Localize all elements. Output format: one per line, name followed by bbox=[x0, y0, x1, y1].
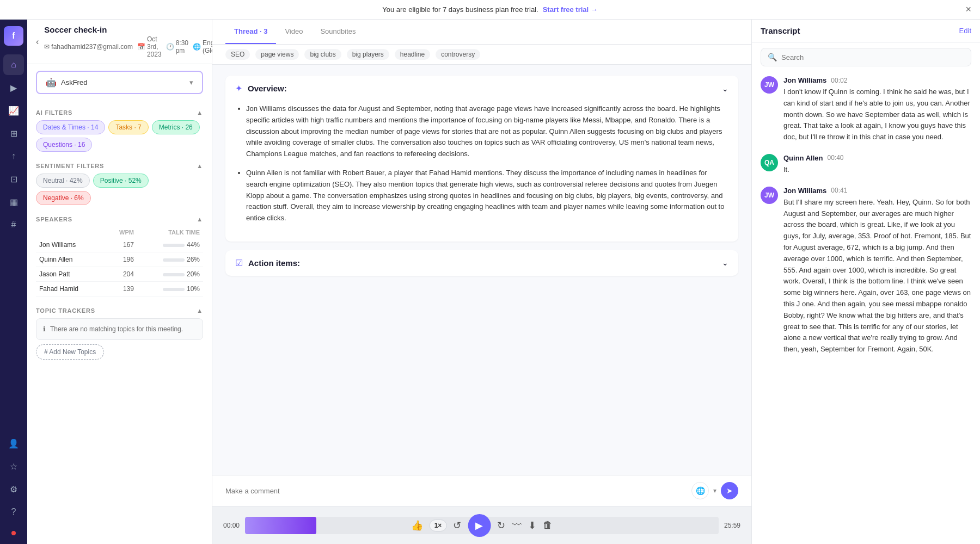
comment-send-button[interactable]: ➤ bbox=[721, 482, 738, 499]
comment-globe-button[interactable]: 🌐 bbox=[691, 482, 709, 499]
nav-layers[interactable]: ⊡ bbox=[3, 169, 24, 189]
left-content: AI FILTERS ▲ Dates & Times · 14 Tasks · … bbox=[27, 101, 212, 544]
comment-input[interactable] bbox=[225, 487, 685, 495]
transcript-messages: JW Jon Williams 00:02 I don't know if Qu… bbox=[752, 72, 980, 544]
comment-box: 🌐 ▾ ➤ bbox=[212, 475, 751, 506]
nav-hashtag[interactable]: # bbox=[3, 214, 24, 235]
add-topics-button[interactable]: # Add New Topics bbox=[36, 344, 104, 360]
tab-thread[interactable]: Thread · 3 bbox=[225, 20, 276, 44]
overview-header[interactable]: ✦ Overview: ⌄ bbox=[225, 76, 738, 101]
info-icon: ℹ bbox=[43, 325, 46, 333]
message-time: 00:02 bbox=[831, 77, 847, 84]
banner-text: You are eligible for 7 days business pla… bbox=[382, 5, 538, 14]
search-icon: 🔍 bbox=[768, 53, 777, 61]
tag-big-players[interactable]: big players bbox=[347, 49, 389, 60]
sentiment-filters-header[interactable]: SENTIMENT FILTERS ▲ bbox=[36, 158, 203, 174]
trial-banner: You are eligible for 7 days business pla… bbox=[0, 0, 980, 20]
waveform-toggle[interactable]: 〰 bbox=[512, 520, 522, 531]
close-banner-btn[interactable]: × bbox=[965, 4, 971, 15]
sentiment-negative[interactable]: Negative · 6% bbox=[36, 191, 91, 205]
filter-dates-times[interactable]: Dates & Times · 14 bbox=[36, 120, 105, 134]
message-text: I don't know if Quinn is coming. I think… bbox=[783, 86, 971, 143]
speaker-name: Jon Williams bbox=[783, 76, 826, 84]
overview-icon: ✦ bbox=[235, 83, 242, 94]
rewind-button[interactable]: ↺ bbox=[453, 520, 461, 531]
back-button[interactable]: ‹ bbox=[36, 37, 39, 47]
transcript-edit-button[interactable]: Edit bbox=[959, 27, 971, 35]
player-bar: 00:00 👍 1× ↺ ▶ ↻ 〰 ⬇ 🗑 25:59 bbox=[212, 506, 751, 544]
sentiment-neutral[interactable]: Neutral · 42% bbox=[36, 174, 90, 188]
tag-big-clubs[interactable]: big clubs bbox=[304, 49, 341, 60]
nav-star[interactable]: ☆ bbox=[3, 456, 24, 477]
speakers-collapse[interactable]: ▲ bbox=[197, 216, 203, 222]
overview-title: Overview: bbox=[248, 84, 287, 93]
action-items-header[interactable]: ☑ Action items: ⌄ bbox=[225, 250, 738, 276]
meeting-email: ✉ fahadhamid237@gmail.com bbox=[44, 43, 133, 51]
table-row: Jason Patt 204 20% bbox=[36, 267, 203, 282]
avatar-quinn-1: QA bbox=[761, 154, 778, 171]
fast-forward-button[interactable]: ↻ bbox=[497, 520, 505, 531]
meeting-time: 🕐 8:30 pm bbox=[166, 39, 188, 54]
meeting-header: ‹ Soccer check-in ✉ fahadhamid237@gmail.… bbox=[27, 20, 212, 64]
tag-headline[interactable]: headline bbox=[395, 49, 430, 60]
nav-dot-indicator bbox=[11, 531, 16, 535]
comment-chevron-down[interactable]: ▾ bbox=[713, 487, 716, 494]
start-trial-link[interactable]: Start free trial → bbox=[543, 5, 598, 14]
speakers-header[interactable]: SPEAKERS ▲ bbox=[36, 212, 203, 227]
like-button[interactable]: 👍 bbox=[411, 520, 423, 531]
play-pause-button[interactable]: ▶ bbox=[468, 514, 491, 537]
left-panel: ‹ Soccer check-in ✉ fahadhamid237@gmail.… bbox=[27, 20, 212, 544]
meeting-date: 📅 Oct 3rd, 2023 bbox=[137, 35, 162, 58]
ask-fred-button[interactable]: 🤖 AskFred ▾ bbox=[36, 71, 203, 94]
table-row: Jon Williams 167 44% bbox=[36, 238, 203, 252]
meeting-info: Soccer check-in ✉ fahadhamid237@gmail.co… bbox=[44, 25, 225, 58]
tag-page-views[interactable]: page views bbox=[255, 49, 299, 60]
app-logo[interactable]: f bbox=[4, 26, 23, 46]
speaker-name-col bbox=[36, 227, 105, 238]
message-time: 00:40 bbox=[827, 154, 843, 162]
tab-soundbites[interactable]: Soundbites bbox=[311, 20, 364, 44]
speed-button[interactable]: 1× bbox=[430, 520, 447, 531]
delete-button[interactable]: 🗑 bbox=[543, 520, 553, 531]
transcript-title: Transcript bbox=[761, 26, 800, 35]
speakers-table: WPM TALK TIME Jon Williams 167 44% Quinn… bbox=[36, 227, 203, 296]
filter-tasks[interactable]: Tasks · 7 bbox=[108, 120, 148, 134]
filter-metrics[interactable]: Metrics · 26 bbox=[152, 120, 200, 134]
nav-dashboard[interactable]: ▦ bbox=[3, 191, 24, 212]
transcript-header: Transcript Edit bbox=[752, 20, 980, 42]
download-button[interactable]: ⬇ bbox=[528, 520, 536, 531]
avatar-jon-1: JW bbox=[761, 76, 778, 94]
nav-analytics[interactable]: 📈 bbox=[3, 100, 24, 121]
globe-icon: 🌐 bbox=[193, 43, 201, 51]
meeting-title: Soccer check-in bbox=[44, 25, 225, 34]
avatar-jon-2: JW bbox=[761, 187, 778, 204]
tab-video[interactable]: Video bbox=[276, 20, 311, 44]
nav-share[interactable]: ↑ bbox=[3, 146, 24, 166]
icon-sidebar: f ⌂ ▶ 📈 ⊞ ↑ ⊡ ▦ # 👤 ☆ ⚙ ? bbox=[0, 20, 27, 544]
transcript-message: JW Jon Williams 00:41 But I'll share my … bbox=[761, 187, 971, 355]
tag-filters: SEO page views big clubs big players hea… bbox=[212, 45, 751, 65]
transcript-search-input[interactable] bbox=[781, 53, 964, 61]
ask-fred-icon: 🤖 bbox=[46, 77, 57, 88]
overview-para-2: Quinn Allen is not familiar with Robert … bbox=[246, 168, 728, 224]
nav-home[interactable]: ⌂ bbox=[3, 54, 24, 75]
sentiment-collapse[interactable]: ▲ bbox=[197, 163, 203, 169]
comment-actions: 🌐 ▾ ➤ bbox=[691, 482, 738, 499]
ai-filters-collapse[interactable]: ▲ bbox=[197, 109, 203, 116]
transcript-panel: Transcript Edit 🔍 JW Jon Williams 00:02 … bbox=[751, 20, 980, 544]
action-items-title: Action items: bbox=[248, 258, 300, 268]
overview-collapse-icon: ⌄ bbox=[722, 84, 728, 93]
nav-help[interactable]: ? bbox=[3, 502, 24, 522]
nav-recordings[interactable]: ▶ bbox=[3, 77, 24, 98]
topic-trackers-header[interactable]: TOPIC TRACKERS ▲ bbox=[36, 303, 203, 318]
tag-seo[interactable]: SEO bbox=[225, 49, 250, 60]
ai-filters-header[interactable]: AI FILTERS ▲ bbox=[36, 105, 203, 120]
nav-library[interactable]: ⊞ bbox=[3, 123, 24, 144]
nav-settings[interactable]: ⚙ bbox=[3, 479, 24, 499]
nav-people[interactable]: 👤 bbox=[3, 433, 24, 454]
tag-controversy[interactable]: controversy bbox=[436, 49, 480, 60]
filter-questions[interactable]: Questions · 16 bbox=[36, 138, 92, 152]
sentiment-positive[interactable]: Positive · 52% bbox=[93, 174, 149, 188]
player-total-time: 25:59 bbox=[719, 522, 740, 529]
topic-trackers-collapse[interactable]: ▲ bbox=[197, 307, 203, 314]
